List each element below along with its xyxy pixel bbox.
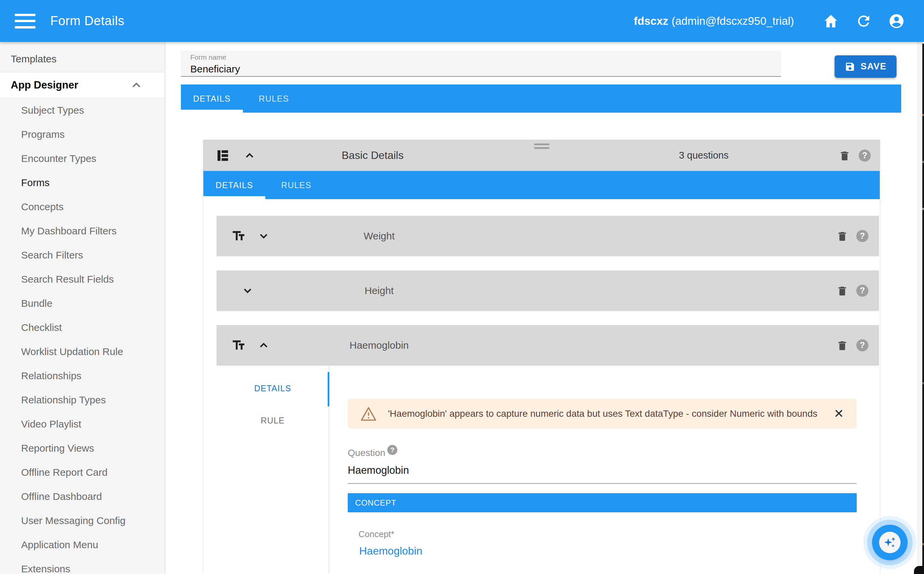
sidebar: Templates App Designer Subject Types Pro… — [0, 42, 165, 574]
sidebar-item-video-playlist[interactable]: Video Playlist — [0, 412, 165, 436]
form-details-screen: Form Details fdscxz(admin@fdscxz950_tria… — [0, 0, 924, 574]
drag-handle-icon[interactable] — [534, 144, 550, 149]
group-header-icons — [216, 148, 256, 162]
sidebar-item-worklist-updation-rule[interactable]: Worklist Updation Rule — [0, 340, 165, 364]
group-help-icon[interactable]: ? — [859, 150, 871, 162]
tab-rules[interactable]: RULES — [243, 85, 305, 113]
sidebar-item-user-messaging-config[interactable]: User Messaging Config — [0, 509, 165, 533]
account-icon[interactable] — [888, 13, 905, 30]
group-header[interactable]: Basic Details 3 questions ? — [203, 140, 880, 171]
question-help-icon[interactable]: ? — [856, 285, 868, 297]
question-row-actions: ? — [836, 284, 868, 297]
delete-group-icon[interactable] — [838, 149, 851, 162]
sidebar-item-templates[interactable]: Templates — [0, 46, 165, 72]
warning-text: 'Haemoglobin' appears to capture numeric… — [388, 408, 817, 419]
panel-tab-details[interactable]: DETAILS — [217, 372, 328, 404]
app-bar: Form Details fdscxz(admin@fdscxz950_tria… — [0, 0, 924, 42]
sidebar-item-bundle[interactable]: Bundle — [0, 291, 165, 315]
menu-icon[interactable] — [15, 14, 36, 28]
form-tabs: DETAILS RULES — [181, 85, 901, 113]
question-label: Height — [365, 285, 394, 296]
question-field-label: Question — [348, 448, 385, 458]
sparkle-icon — [879, 532, 900, 553]
user-info: fdscxz(admin@fdscxz950_trial) — [634, 15, 794, 27]
tab-details[interactable]: DETAILS — [181, 85, 243, 113]
form-name-label: Form name — [190, 53, 781, 62]
text-datatype-icon — [231, 229, 246, 243]
app-bar-actions: fdscxz(admin@fdscxz950_trial) — [634, 13, 905, 30]
question-row-haemoglobin[interactable]: Haemoglobin ? — [217, 325, 879, 365]
group-tab-rules[interactable]: RULES — [266, 171, 327, 199]
question-row-icons — [217, 338, 270, 353]
sidebar-item-encounter-types[interactable]: Encounter Types — [0, 147, 165, 171]
user-account: (admin@fdscxz950_trial) — [672, 15, 794, 27]
home-icon[interactable] — [822, 13, 839, 30]
sidebar-item-forms[interactable]: Forms — [0, 171, 165, 195]
group-tabs: DETAILS RULES — [203, 171, 880, 199]
delete-question-icon[interactable] — [836, 284, 849, 297]
save-button[interactable]: SAVE — [834, 55, 897, 78]
question-row-weight[interactable]: Weight ? — [217, 216, 879, 256]
sidebar-item-extensions[interactable]: Extensions — [0, 557, 165, 574]
question-field-help-icon[interactable]: ? — [387, 445, 398, 455]
question-row-actions: ? — [836, 229, 868, 243]
question-detail-panel: DETAILS RULE 'Haemoglobin' appears to ca… — [217, 365, 879, 573]
sidebar-item-subject-types[interactable]: Subject Types — [0, 98, 165, 122]
form-group-card: Basic Details 3 questions ? DETAILS RULE… — [203, 140, 880, 574]
save-icon — [845, 62, 855, 72]
concept-value-link[interactable]: Haemoglobin — [359, 545, 423, 557]
group-title: Basic Details — [342, 149, 404, 162]
sidebar-item-relationships[interactable]: Relationships — [0, 364, 165, 388]
refresh-icon[interactable] — [855, 13, 872, 30]
panel-active-tab-indicator — [328, 372, 329, 406]
question-row-actions: ? — [836, 339, 868, 352]
group-collapse-icon[interactable] — [243, 149, 256, 162]
sidebar-item-offline-report-card[interactable]: Offline Report Card — [0, 460, 165, 484]
question-row-icons — [217, 284, 254, 297]
page-title: Form Details — [50, 14, 124, 28]
sidebar-item-checklist[interactable]: Checklist — [0, 315, 165, 340]
question-label-row: Question ? — [348, 448, 856, 458]
ai-assistant-fab[interactable] — [872, 525, 908, 560]
sidebar-item-search-result-fields[interactable]: Search Result Fields — [0, 267, 165, 291]
chevron-down-icon[interactable] — [241, 284, 254, 297]
delete-question-icon[interactable] — [836, 339, 849, 352]
question-help-icon[interactable]: ? — [856, 339, 868, 352]
panel-tab-rule[interactable]: RULE — [217, 404, 328, 437]
question-label: Haemoglobin — [349, 340, 409, 351]
sidebar-item-my-dashboard-filters[interactable]: My Dashboard Filters — [0, 219, 165, 243]
sidebar-item-search-filters[interactable]: Search Filters — [0, 243, 165, 267]
group-body: Weight ? Height — [203, 199, 880, 573]
screen-edge-strip — [922, 44, 924, 574]
question-name-input[interactable]: Haemoglobin — [348, 464, 856, 484]
sidebar-item-relationship-types[interactable]: Relationship Types — [0, 388, 165, 412]
sidebar-item-application-menu[interactable]: Application Menu — [0, 533, 165, 557]
form-name-field[interactable]: Form name Beneficiary — [181, 50, 781, 77]
active-tab-indicator — [181, 110, 243, 113]
sidebar-item-reporting-views[interactable]: Reporting Views — [0, 436, 165, 460]
sidebar-item-concepts[interactable]: Concepts — [0, 195, 165, 219]
window-corner — [914, 566, 924, 574]
text-datatype-icon — [231, 338, 246, 353]
sidebar-item-offline-dashboard[interactable]: Offline Dashboard — [0, 484, 165, 509]
form-name-value: Beneficiary — [190, 63, 781, 75]
question-panel-tabs: DETAILS RULE — [217, 365, 329, 573]
close-icon[interactable]: ✕ — [824, 408, 844, 420]
concept-field-label: Concept* — [358, 529, 856, 539]
main-content: Form name Beneficiary SAVE DETAILS RULES — [165, 42, 924, 574]
group-header-actions: ? — [838, 149, 871, 162]
user-name: fdscxz — [634, 15, 668, 27]
chevron-down-icon[interactable] — [257, 230, 270, 243]
group-active-tab-indicator — [203, 196, 266, 199]
sidebar-item-programs[interactable]: Programs — [0, 122, 165, 147]
chevron-up-icon — [130, 79, 143, 92]
group-tab-details[interactable]: DETAILS — [203, 171, 266, 199]
question-row-icons — [217, 229, 270, 243]
chevron-up-icon[interactable] — [257, 339, 270, 352]
delete-question-icon[interactable] — [836, 229, 849, 243]
vertical-scrollbar[interactable] — [918, 42, 922, 574]
group-question-count: 3 questions — [679, 150, 728, 161]
sidebar-group-app-designer[interactable]: App Designer — [0, 72, 165, 98]
question-help-icon[interactable]: ? — [856, 230, 868, 242]
question-row-height[interactable]: Height ? — [217, 271, 879, 311]
